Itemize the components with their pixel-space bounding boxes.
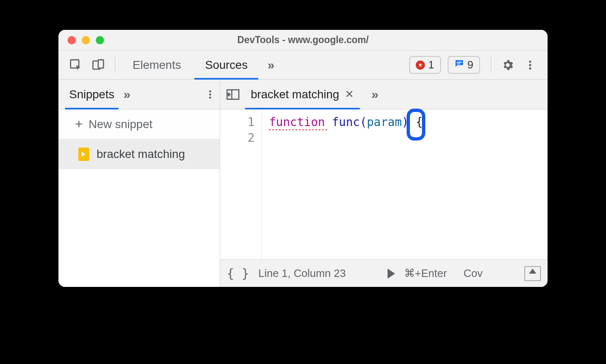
svg-point-8	[209, 90, 211, 92]
svg-rect-2	[98, 60, 104, 68]
svg-point-7	[529, 67, 531, 69]
sidebar-more-icon[interactable]	[205, 89, 216, 100]
new-snippet-label: New snippet	[89, 118, 153, 131]
errors-count: 1	[428, 58, 434, 71]
close-tab-icon[interactable]: ✕	[345, 88, 354, 101]
settings-icon[interactable]	[498, 55, 518, 75]
editor-statusbar: { } Line 1, Column 23 ⌘+Enter Cov	[220, 260, 548, 287]
svg-rect-4	[457, 63, 460, 64]
code-editor[interactable]: 1 2 function func(param) {	[220, 109, 548, 260]
svg-point-9	[209, 93, 211, 95]
snippet-file-icon	[78, 148, 89, 161]
editor-tabs: bracket matching ✕ »	[220, 80, 548, 109]
errors-badge[interactable]: 1	[409, 56, 441, 74]
svg-point-5	[529, 61, 531, 63]
line-number: 2	[220, 130, 255, 146]
function-name-token: func	[332, 115, 360, 129]
sidebar: Snippets » + New snippet bracket matchin…	[58, 80, 220, 287]
message-icon	[454, 58, 464, 71]
run-shortcut-label: ⌘+Enter	[404, 267, 447, 280]
syntax-error-underline	[269, 129, 327, 130]
close-window-button[interactable]	[68, 36, 76, 44]
annotation-highlight	[407, 109, 425, 141]
run-snippet-icon[interactable]	[388, 269, 395, 279]
inspect-element-icon[interactable]	[66, 55, 86, 75]
minimize-window-button[interactable]	[82, 36, 90, 44]
drawer-toggle-icon[interactable]	[524, 266, 541, 281]
editor-tab-bracket-matching[interactable]: bracket matching ✕	[247, 80, 357, 109]
open-paren-token: (	[360, 115, 367, 129]
titlebar: DevTools - www.google.com/	[58, 30, 548, 51]
navigator-toggle-icon[interactable]	[226, 88, 240, 101]
messages-badge[interactable]: 9	[448, 56, 480, 74]
editor-tab-label: bracket matching	[251, 88, 339, 101]
toolbar-divider	[491, 57, 491, 73]
format-code-icon[interactable]: { }	[227, 266, 249, 281]
main-toolbar: Elements Sources » 1 9	[58, 51, 548, 80]
zoom-window-button[interactable]	[96, 36, 104, 44]
editor-panel: bracket matching ✕ » 1 2 function func(p…	[220, 80, 548, 287]
more-options-icon[interactable]	[520, 55, 540, 75]
error-icon	[416, 61, 425, 70]
tab-sources[interactable]: Sources	[194, 51, 259, 79]
device-toolbar-icon[interactable]	[88, 55, 108, 75]
panel-body: Snippets » + New snippet bracket matchin…	[58, 80, 548, 287]
line-number-gutter: 1 2	[220, 109, 262, 260]
tab-elements[interactable]: Elements	[122, 51, 192, 79]
keyword-token: function	[269, 115, 325, 129]
sidebar-list: + New snippet bracket matching	[58, 109, 220, 287]
sidebar-tab-snippets[interactable]: Snippets	[67, 80, 117, 109]
devtools-window: DevTools - www.google.com/ Elements Sour…	[58, 30, 548, 287]
more-sidebar-tabs-icon[interactable]: »	[124, 87, 131, 102]
param-token: param	[367, 115, 402, 129]
code-content[interactable]: function func(param) {	[262, 109, 423, 260]
traffic-lights	[58, 36, 104, 44]
cursor-position: Line 1, Column 23	[258, 267, 346, 280]
svg-point-10	[209, 97, 211, 99]
snippet-list-item[interactable]: bracket matching	[58, 139, 220, 169]
new-snippet-button[interactable]: + New snippet	[58, 109, 220, 139]
coverage-label[interactable]: Cov	[463, 267, 482, 280]
sidebar-tabs: Snippets »	[58, 80, 220, 109]
svg-point-6	[529, 64, 531, 66]
more-editor-tabs-icon[interactable]: »	[371, 87, 378, 102]
svg-rect-3	[457, 62, 462, 63]
plus-icon: +	[75, 116, 83, 132]
toolbar-divider	[115, 57, 115, 73]
line-number: 1	[220, 114, 255, 130]
window-title: DevTools - www.google.com/	[58, 34, 548, 46]
more-tabs-icon[interactable]: »	[267, 58, 274, 72]
snippet-item-label: bracket matching	[97, 148, 185, 161]
messages-count: 9	[468, 58, 473, 71]
